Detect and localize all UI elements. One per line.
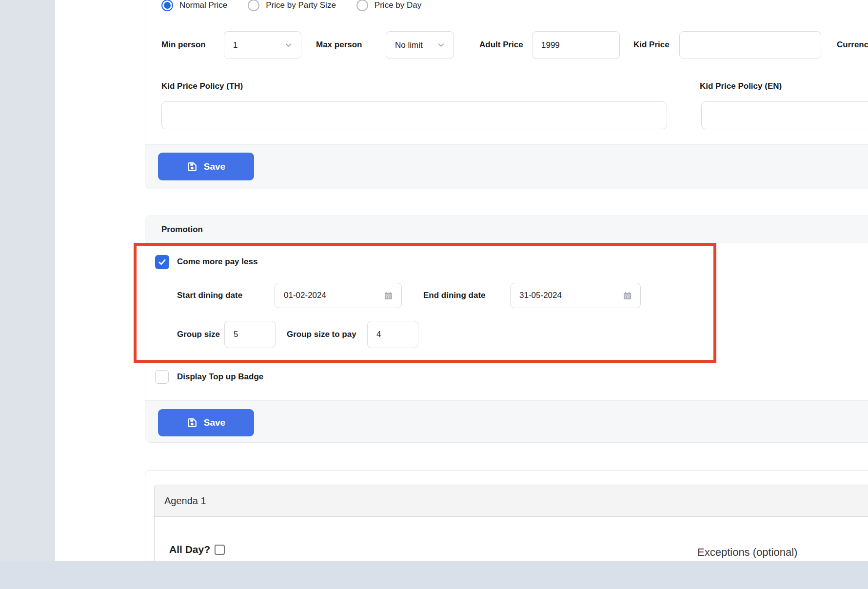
group-size-to-pay-input[interactable] bbox=[367, 321, 418, 348]
display-top-up-badge-checkbox[interactable] bbox=[155, 370, 169, 384]
pricing-card-footer: Save bbox=[145, 144, 868, 189]
floppy-disk-icon bbox=[187, 417, 197, 428]
radio-option-label: Normal Price bbox=[179, 0, 227, 10]
come-more-pay-less-label: Come more pay less bbox=[177, 257, 257, 267]
radio-option-label: Price by Day bbox=[375, 0, 421, 10]
check-icon bbox=[158, 257, 167, 267]
max-person-label: Max person bbox=[316, 40, 362, 50]
save-button[interactable]: Save bbox=[158, 153, 254, 180]
max-person-select[interactable]: No limit bbox=[386, 31, 454, 59]
max-person-value: No limit bbox=[395, 40, 423, 50]
min-person-select[interactable]: 1 bbox=[224, 31, 301, 59]
kid-price-label: Kid Price bbox=[633, 40, 670, 50]
exceptions-label: Exceptions (optional) bbox=[697, 546, 797, 559]
calendar-icon[interactable] bbox=[623, 292, 631, 300]
start-dining-date-label: Start dining date bbox=[177, 291, 242, 300]
come-more-pay-less-checkbox[interactable] bbox=[155, 255, 169, 269]
pricing-card: Normal Price Price by Party Size Price b… bbox=[145, 0, 868, 189]
radio-icon[interactable] bbox=[248, 0, 259, 11]
min-person-label: Min person bbox=[161, 40, 206, 50]
chevron-down-icon bbox=[285, 41, 292, 49]
agenda-panel-header: Agenda 1 bbox=[155, 485, 868, 517]
group-size-label: Group size bbox=[177, 330, 220, 339]
radio-option-label: Price by Party Size bbox=[266, 0, 336, 10]
calendar-icon[interactable] bbox=[384, 292, 393, 300]
adult-price-input[interactable] bbox=[532, 31, 620, 59]
promotion-card-header: Promotion bbox=[145, 216, 868, 243]
min-person-value: 1 bbox=[233, 40, 237, 50]
start-dining-date-input[interactable]: 01-02-2024 bbox=[275, 283, 402, 308]
radio-option-normal-price[interactable]: Normal Price bbox=[161, 0, 227, 11]
price-type-radio-group: Normal Price Price by Party Size Price b… bbox=[161, 0, 421, 11]
radio-option-price-by-party-size[interactable]: Price by Party Size bbox=[248, 0, 336, 11]
page: Normal Price Price by Party Size Price b… bbox=[0, 0, 868, 589]
save-button[interactable]: Save bbox=[158, 409, 254, 436]
all-day-label: All Day? bbox=[169, 544, 210, 555]
radio-icon[interactable] bbox=[161, 0, 173, 11]
kid-price-policy-en-label: Kid Price Policy (EN) bbox=[700, 81, 782, 91]
floppy-disk-icon bbox=[187, 161, 197, 172]
end-dining-date-value: 31-05-2024 bbox=[519, 291, 562, 300]
end-dining-date-label: End dining date bbox=[423, 291, 486, 300]
kid-price-policy-en-input[interactable] bbox=[701, 101, 868, 129]
radio-option-price-by-day[interactable]: Price by Day bbox=[356, 0, 421, 11]
save-button-label: Save bbox=[204, 417, 225, 428]
currency-label: Currency bbox=[837, 40, 868, 50]
promotion-card-footer: Save bbox=[145, 400, 868, 442]
group-size-to-pay-label: Group size to pay bbox=[287, 330, 356, 339]
end-dining-date-input[interactable]: 31-05-2024 bbox=[510, 283, 641, 308]
save-button-label: Save bbox=[204, 161, 225, 172]
radio-icon[interactable] bbox=[356, 0, 368, 11]
promotion-title: Promotion bbox=[161, 225, 203, 235]
agenda-panel-title: Agenda 1 bbox=[164, 495, 206, 507]
start-dining-date-value: 01-02-2024 bbox=[284, 291, 326, 300]
kid-price-policy-th-label: Kid Price Policy (TH) bbox=[161, 81, 243, 91]
bottom-band bbox=[0, 561, 868, 589]
adult-price-label: Adult Price bbox=[479, 40, 523, 50]
promotion-card: Promotion Come more pay less Start dinin… bbox=[145, 216, 868, 443]
all-day-checkbox[interactable] bbox=[215, 545, 225, 555]
kid-price-input[interactable] bbox=[679, 31, 821, 59]
chevron-down-icon bbox=[437, 41, 445, 49]
display-top-up-badge-label: Display Top up Badge bbox=[177, 372, 263, 382]
left-gutter bbox=[0, 0, 55, 589]
kid-price-policy-th-input[interactable] bbox=[161, 101, 667, 129]
group-size-input[interactable] bbox=[224, 321, 276, 348]
